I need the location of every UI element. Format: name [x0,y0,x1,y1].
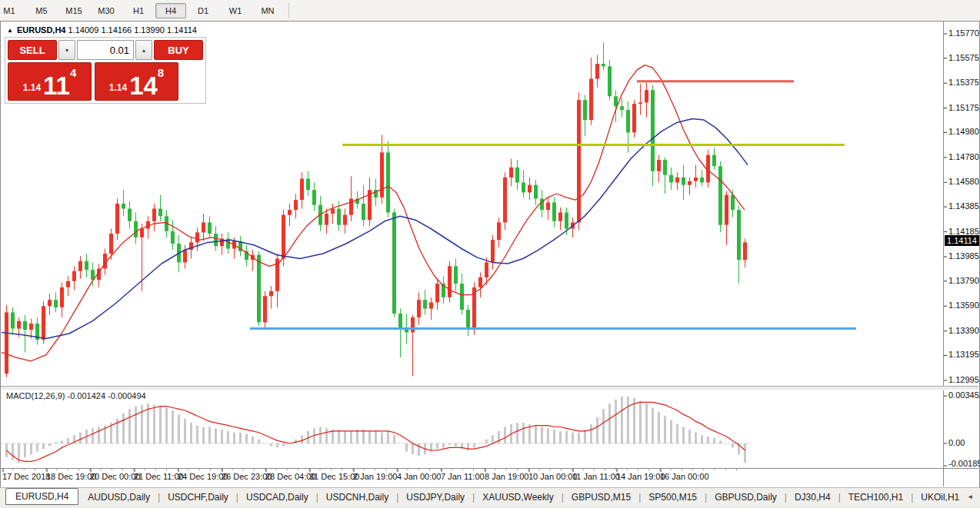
price-scale-label: 1.13590 [948,300,979,310]
timeframe-toolbar: M1M5M15M30H1H4D1W1MN [0,0,980,22]
chart-tab-usdcnh-daily[interactable]: USDCNH,Daily [318,490,396,505]
timeframe-button-m30[interactable]: M30 [91,3,122,18]
macd-scale-label: 0.00 [948,438,965,447]
price-scale-label: 1.13790 [948,276,979,285]
timeframe-buttons: M1M5M15M30H1H4D1W1MN [0,0,284,21]
collapse-panel-icon[interactable]: ▲ [7,27,13,34]
price-scale-label: 1.15770 [948,28,979,38]
sell-price-prefix: 1.14 [23,82,41,93]
chart-tab-eurusd-h4[interactable]: EURUSD,H4 [5,488,78,505]
time-axis-label: 31 Dec 15:00 [309,472,359,481]
time-axis-label: 18 Dec 19:00 [46,472,96,481]
volume-decrease-button[interactable]: ▼ [58,40,75,60]
chart-tab-usdcad-daily[interactable]: USDCAD,Daily [238,490,316,505]
chart-tab-ukoil-h1[interactable]: UKOil,H1 [913,490,967,505]
status-strip [0,505,980,508]
timeframe-button-mn[interactable]: MN [252,3,283,18]
price-scale-label: 1.14385 [948,201,979,211]
time-axis-label: 2 Jan 19:00 [353,472,398,481]
sell-price-big: 11 [43,75,70,96]
sell-price-sup: 4 [70,66,76,79]
symbol-label: EURUSD,H4 [17,25,66,35]
chart-tab-audusd-daily[interactable]: AUDUSD,Daily [80,490,158,505]
macd-indicator-label: MACD(12,26,9) -0.001424 -0.000494 [6,391,146,400]
sell-button[interactable]: SELL [8,40,57,60]
chart-tab-usdjpy-daily[interactable]: USDJPY,Daily [398,490,472,505]
time-axis-label: 8 Jan 19:00 [485,472,529,481]
buy-price-prefix: 1.14 [109,82,127,93]
price-scale-label: 1.14185 [948,227,979,236]
macd-scale-label: 0.003452 [948,390,980,400]
chart-tab-sp500-m15[interactable]: SP500,M15 [641,490,705,505]
chart-tab-gbpusd-m15[interactable]: GBPUSD,M15 [564,490,638,505]
time-axis-label: 20 Dec 00:00 [90,472,140,481]
chart-tab-tech100-h1[interactable]: TECH100,H1 [841,490,911,505]
sell-price-display[interactable]: 1.14 11 4 [8,62,92,101]
timeframe-button-w1[interactable]: W1 [220,3,251,18]
mt4-window: M1M5M15M30H1H4D1W1MN ▲EURUSD,H4 1.14009 … [0,0,980,508]
price-scale-label: 1.13390 [948,326,979,335]
price-scale-label: 1.15375 [948,78,979,87]
chart-tab-dj30-h4[interactable]: DJ30,H4 [787,490,838,505]
time-axis-label: 17 Dec 2018 [2,472,50,481]
price-scale-label: 1.13985 [948,251,979,261]
time-axis-label: 4 Jan 00:00 [397,472,442,481]
timeframe-button-m1[interactable]: M1 [0,3,25,18]
price-scale-label: 1.12995 [948,375,979,384]
price-scale-label: 1.14580 [948,177,979,186]
pane-divider-handle[interactable] [1,386,978,390]
buy-price-display[interactable]: 1.14 14 8 [95,62,178,101]
time-axis-label: 16 Jan 00:00 [660,472,709,481]
time-axis-label: 26 Dec 23:00 [222,472,272,481]
time-axis-label: 28 Dec 04:00 [265,472,315,481]
volume-input[interactable] [77,40,134,60]
chart-tab-usdchf-daily[interactable]: USDCHF,Daily [160,490,236,505]
chart-tab-bar: EURUSD,H4AUDUSD,Daily|USDCHF,Daily|USDCA… [0,487,980,506]
chevron-down-icon: ▼ [65,48,70,53]
one-click-trade-panel: SELL ▼ ▲ BUY 1.14 11 4 1.14 14 8 [5,37,206,104]
price-scale-label: 1.15575 [948,53,979,62]
time-axis-label: 21 Dec 11:00 [134,472,184,481]
chart-tab-gbpusd-daily[interactable]: GBPUSD,Daily [707,490,785,505]
time-axis-label: 7 Jan 11:00 [441,472,485,481]
buy-button[interactable]: BUY [154,40,203,60]
chevron-up-icon: ▲ [142,48,147,53]
timeframe-button-h4[interactable]: H4 [155,3,186,18]
price-scale-label: 1.14780 [948,152,979,161]
chart-tab-xauusd-weekly[interactable]: XAUUSD,Weekly [475,490,561,505]
toolbar-separator [288,3,289,18]
timeframe-button-m15[interactable]: M15 [58,3,89,18]
time-axis-label: 11 Jan 11:00 [572,472,620,481]
timeframe-button-h1[interactable]: H1 [123,3,154,18]
chart-tabs: EURUSD,H4AUDUSD,Daily|USDCHF,Daily|USDCA… [0,489,967,506]
macd-scale-label: -0.001851 [948,459,980,468]
ohlc-values: 1.14009 1.14166 1.13990 1.14114 [68,25,197,35]
time-axis-label: 14 Jan 19:00 [616,472,665,481]
tab-scroll-arrows: ◄ ► [967,493,980,500]
time-axis-label: 10 Jan 00:00 [528,472,578,481]
price-scale-label: 1.13195 [948,350,979,359]
time-axis-label: 24 Dec 19:00 [178,472,228,481]
tab-scroll-left-icon[interactable]: ◄ [967,493,973,500]
timeframe-button-d1[interactable]: D1 [188,3,218,18]
volume-increase-button[interactable]: ▲ [135,40,152,60]
buy-price-big: 14 [129,75,158,96]
price-scale-label: 1.14980 [948,127,979,136]
current-price-badge: 1.14114 [945,235,979,246]
chart-title: ▲EURUSD,H4 1.14009 1.14166 1.13990 1.141… [7,25,197,35]
buy-price-sup: 8 [158,66,164,79]
price-scale-label: 1.15175 [948,103,979,112]
timeframe-button-m5[interactable]: M5 [26,3,57,18]
